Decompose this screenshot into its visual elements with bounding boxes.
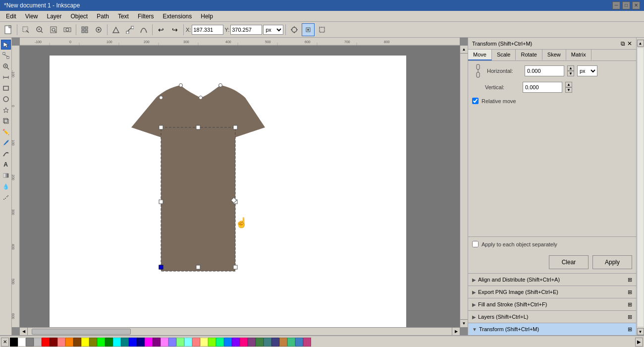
- calligraphy-tool[interactable]: [1, 149, 11, 159]
- palette-scroll-right[interactable]: ▶: [635, 338, 643, 347]
- pen-tool[interactable]: 🖊️: [1, 138, 11, 148]
- redo[interactable]: ↪: [168, 23, 181, 36]
- gradient-tool[interactable]: [1, 171, 11, 180]
- scroll-right[interactable]: ▲ ▼: [460, 46, 468, 327]
- select-same[interactable]: [92, 23, 105, 36]
- coord-x-input[interactable]: [192, 25, 223, 35]
- color-swatch[interactable]: [26, 338, 34, 347]
- scroll-bottom[interactable]: ◀ ▶: [20, 327, 460, 335]
- color-swatch[interactable]: [208, 338, 216, 347]
- color-swatch[interactable]: [279, 338, 287, 347]
- color-swatch[interactable]: [145, 338, 153, 347]
- color-swatch[interactable]: [232, 338, 240, 347]
- color-swatch[interactable]: [34, 338, 42, 347]
- color-swatch[interactable]: [129, 338, 137, 347]
- bezier-tool[interactable]: [137, 23, 150, 36]
- tab-scale[interactable]: Scale: [492, 50, 516, 60]
- no-color-swatch[interactable]: ✕: [1, 338, 9, 347]
- maximize-button[interactable]: □: [622, 1, 630, 9]
- color-swatch[interactable]: [224, 338, 232, 347]
- color-swatch[interactable]: [81, 338, 89, 347]
- node-add[interactable]: [109, 23, 122, 36]
- color-swatch[interactable]: [65, 338, 73, 347]
- color-swatch[interactable]: [256, 338, 264, 347]
- 3d-box-tool[interactable]: [1, 116, 11, 126]
- text-tool[interactable]: A: [1, 160, 11, 170]
- zoom-drawing[interactable]: [33, 23, 46, 36]
- minimize-button[interactable]: ─: [612, 1, 620, 9]
- color-swatch[interactable]: [57, 338, 65, 347]
- measure-tool[interactable]: [1, 72, 11, 82]
- circle-tool[interactable]: [1, 94, 11, 104]
- color-swatch[interactable]: [153, 338, 161, 347]
- color-swatch[interactable]: [113, 338, 121, 347]
- color-swatch[interactable]: [192, 338, 200, 347]
- color-swatch[interactable]: [168, 338, 176, 347]
- node-tool[interactable]: [1, 51, 11, 60]
- transform-detach-icon[interactable]: ⧉: [621, 40, 625, 47]
- horizontal-unit-select[interactable]: px mm cm in: [577, 65, 597, 76]
- menu-help[interactable]: Help: [197, 12, 217, 21]
- color-swatch[interactable]: [271, 338, 279, 347]
- menu-layer[interactable]: Layer: [43, 12, 65, 21]
- horizontal-spin-up[interactable]: ▲: [567, 65, 574, 71]
- scroll-thumb-h[interactable]: [32, 329, 131, 335]
- accordion-transform-header[interactable]: ▼ Transform (Shift+Ctrl+M) ⊞: [468, 323, 636, 335]
- dropper-tool[interactable]: 💧: [1, 181, 11, 191]
- vertical-spin-down[interactable]: ▼: [565, 87, 572, 93]
- snap-toggle[interactable]: [288, 23, 301, 36]
- transform-close-icon[interactable]: ✕: [627, 40, 632, 47]
- tab-move[interactable]: Move: [468, 50, 492, 60]
- color-swatch[interactable]: [121, 338, 129, 347]
- tab-skew[interactable]: Skew: [542, 50, 566, 60]
- color-swatch[interactable]: [264, 338, 271, 347]
- snap-bbox[interactable]: [316, 23, 328, 36]
- color-swatch[interactable]: [200, 338, 208, 347]
- coord-y-input[interactable]: [230, 25, 262, 35]
- select-tool[interactable]: [1, 40, 11, 50]
- clear-button[interactable]: Clear: [549, 255, 589, 269]
- tab-rotate[interactable]: Rotate: [516, 50, 542, 60]
- color-swatch[interactable]: [216, 338, 224, 347]
- accordion-layers-header[interactable]: ▶ Layers (Shift+Ctrl+L) ⊞: [468, 311, 636, 323]
- zoom-width[interactable]: [61, 23, 74, 36]
- rect-tool[interactable]: [1, 83, 11, 93]
- accordion-fill-header[interactable]: ▶ Fill and Stroke (Shift+Ctrl+F) ⊞: [468, 298, 636, 310]
- pencil-tool[interactable]: ✏️: [1, 127, 11, 137]
- canvas-content[interactable]: ☝️: [20, 46, 460, 327]
- tab-matrix[interactable]: Matrix: [566, 50, 591, 60]
- spray-tool[interactable]: [1, 192, 11, 202]
- color-swatch[interactable]: [10, 338, 18, 347]
- canvas-area[interactable]: -100 0 100 200 300 400 500 600 700 800: [12, 38, 468, 335]
- close-button[interactable]: ✕: [632, 1, 640, 9]
- color-swatch[interactable]: [89, 338, 97, 347]
- color-swatch[interactable]: [18, 338, 26, 347]
- color-swatch[interactable]: [303, 338, 311, 347]
- snap-nodes[interactable]: [302, 23, 315, 36]
- color-palette[interactable]: ✕ ▶: [0, 336, 644, 347]
- new-button[interactable]: [2, 23, 15, 36]
- color-swatch[interactable]: [50, 338, 57, 347]
- menu-extensions[interactable]: Extensions: [159, 12, 196, 21]
- horizontal-input[interactable]: [525, 65, 564, 76]
- color-swatch[interactable]: [42, 338, 50, 347]
- menu-text[interactable]: Text: [114, 12, 133, 21]
- menu-path[interactable]: Path: [93, 12, 113, 21]
- horizontal-spin-down[interactable]: ▼: [567, 71, 574, 76]
- color-swatch[interactable]: [176, 338, 184, 347]
- zoom-selection[interactable]: [19, 23, 32, 36]
- color-swatch[interactable]: [248, 338, 256, 347]
- color-swatch[interactable]: [295, 338, 303, 347]
- menu-edit[interactable]: Edit: [2, 12, 20, 21]
- accordion-export-header[interactable]: ▶ Export PNG Image (Shift+Ctrl+E) ⊞: [468, 286, 636, 298]
- undo[interactable]: ↩: [155, 23, 167, 36]
- apply-button[interactable]: Apply: [592, 255, 632, 269]
- color-swatch[interactable]: [137, 338, 145, 347]
- apply-each-checkbox[interactable]: [472, 241, 479, 247]
- select-all[interactable]: [78, 23, 91, 36]
- color-swatch[interactable]: [97, 338, 105, 347]
- color-swatch[interactable]: [73, 338, 81, 347]
- color-swatch[interactable]: [287, 338, 295, 347]
- color-swatch[interactable]: [161, 338, 168, 347]
- vertical-spin-up[interactable]: ▲: [565, 82, 572, 87]
